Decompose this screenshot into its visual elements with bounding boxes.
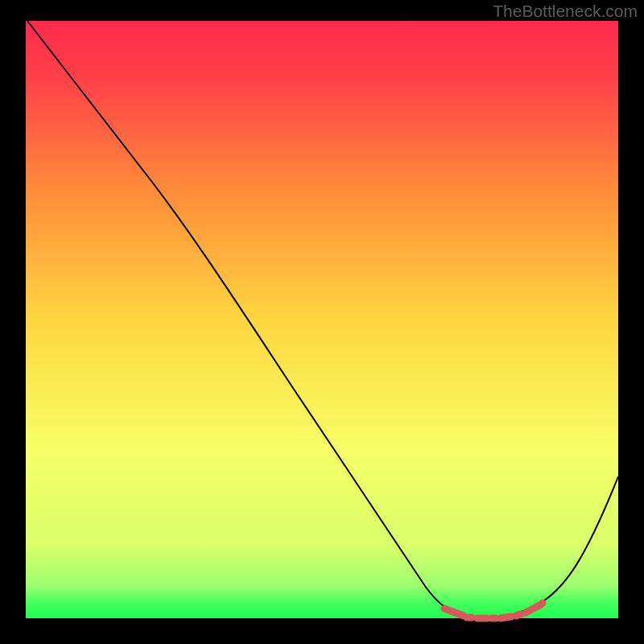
chart-svg [0,0,644,644]
svg-line-4 [501,617,511,618]
gradient-background [26,21,618,618]
svg-point-7 [539,600,547,607]
svg-point-8 [518,611,525,617]
watermark-text: TheBottleneck.com [493,2,638,21]
chart-stage: TheBottleneck.com [0,0,644,644]
